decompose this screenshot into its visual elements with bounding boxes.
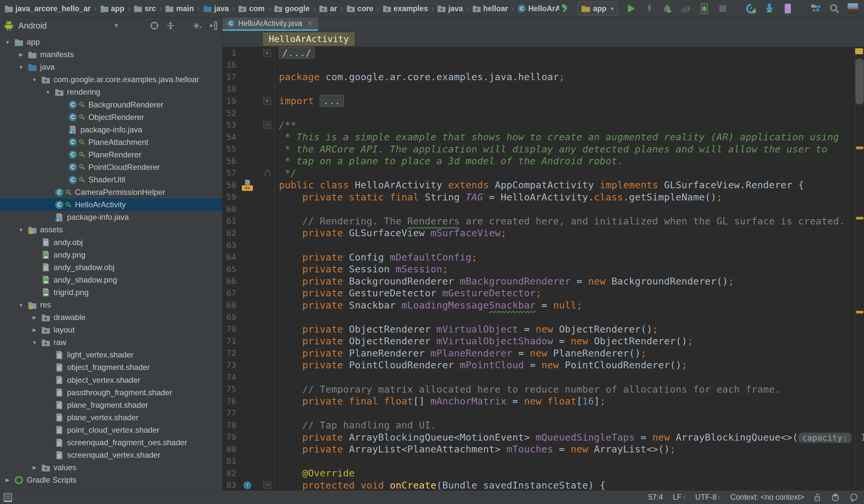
tree-down-arrow-icon[interactable]: ▼ xyxy=(17,302,25,308)
tree-item-values[interactable]: ▶values xyxy=(0,461,222,474)
code-editor[interactable]: 1+/.../1617package com.google.ar.core.ex… xyxy=(223,47,864,490)
highlighting-level-icon[interactable] xyxy=(831,493,840,502)
tab-helloaractivity[interactable]: C HelloArActivity.java × xyxy=(223,17,318,31)
tree-item-manifests[interactable]: ▶manifests xyxy=(0,48,222,61)
avatar[interactable] xyxy=(847,3,859,14)
breadcrumb-item-HelloArActivity[interactable]: CHelloArActivity xyxy=(517,4,559,13)
tree-down-arrow-icon[interactable]: ▼ xyxy=(3,39,12,45)
tree-item-planeattachment[interactable]: CPlaneAttachment xyxy=(0,136,222,148)
tree-item-gradle-scripts[interactable]: ▶Gradle Scripts xyxy=(0,474,222,486)
event-bubble-icon[interactable] xyxy=(850,493,858,502)
warning-stripe-mark[interactable] xyxy=(856,311,863,313)
run-icon[interactable] xyxy=(625,3,637,14)
fold-minus-icon[interactable]: − xyxy=(263,121,271,129)
layout-xml-icon[interactable]: <> xyxy=(242,185,253,191)
encoding-widget[interactable]: UTF-8↕ xyxy=(695,493,720,502)
tree-item-package-info-java[interactable]: Jpackage-info.java xyxy=(0,123,222,136)
tree-down-arrow-icon[interactable]: ▼ xyxy=(44,89,52,95)
hide-panel-icon[interactable] xyxy=(209,21,218,30)
tree-right-arrow-icon[interactable]: ▶ xyxy=(17,51,25,58)
tree-down-arrow-icon[interactable]: ▼ xyxy=(17,64,25,70)
sdk-manager-icon[interactable] xyxy=(764,3,775,14)
tree-item-raw[interactable]: ▼raw xyxy=(0,336,222,349)
context-widget[interactable]: Context: <no context> xyxy=(730,493,804,502)
tree-item-layout[interactable]: ▶layout xyxy=(0,324,222,336)
search-icon[interactable] xyxy=(829,3,840,14)
device-manager-icon[interactable] xyxy=(782,3,794,14)
tree-item-shaderutil[interactable]: CShaderUtil xyxy=(0,173,222,186)
stop-icon[interactable] xyxy=(717,3,729,14)
fold-plus-icon[interactable]: + xyxy=(263,97,271,105)
tree-item-plane-vertex-shader[interactable]: plane_vertex.shader xyxy=(0,411,222,424)
tree-item-drawable[interactable]: ▶drawable xyxy=(0,311,222,324)
tree-item-screenquad-vertex-shader[interactable]: screenquad_vertex.shader xyxy=(0,449,222,461)
warning-stripe-mark[interactable] xyxy=(856,146,863,149)
tree-item-screenquad-fragment-oes-shader[interactable]: screenquad_fragment_oes.shader xyxy=(0,436,222,449)
breadcrumb-item-com[interactable]: com xyxy=(238,4,264,13)
tree-item-trigrid-png[interactable]: trigrid.png xyxy=(0,286,222,299)
toolwindow-toggle-icon[interactable] xyxy=(3,493,12,502)
tree-item-andy-png[interactable]: andy.png xyxy=(0,249,222,261)
tree-down-arrow-icon[interactable]: ▼ xyxy=(30,77,39,83)
locate-icon[interactable] xyxy=(150,21,159,30)
breadcrumb-item-java[interactable]: java xyxy=(437,4,463,13)
breadcrumb-item-main[interactable]: main xyxy=(165,4,194,13)
fold-minus-icon[interactable]: − xyxy=(263,481,271,489)
breadcrumb-item-java_arcore_hello_ar[interactable]: java_arcore_hello_ar xyxy=(4,4,91,13)
tree-right-arrow-icon[interactable]: ▶ xyxy=(30,465,39,470)
breadcrumb-item-src[interactable]: src xyxy=(134,4,156,13)
tree-item-pointcloudrenderer[interactable]: CPointCloudRenderer xyxy=(0,161,222,173)
line-separator-widget[interactable]: LF↕ xyxy=(673,493,685,502)
fold-end-icon[interactable] xyxy=(264,169,271,177)
tree-item-assets[interactable]: ▼assets xyxy=(0,224,222,236)
debug-icon[interactable] xyxy=(662,3,673,14)
tree-item-light-vertex-shader[interactable]: light_vertex.shader xyxy=(0,349,222,361)
lock-icon[interactable] xyxy=(814,493,821,502)
tree-down-arrow-icon[interactable]: ▼ xyxy=(30,340,39,345)
run-configuration-select[interactable]: app ▼ xyxy=(577,2,618,15)
caret-position[interactable]: 57:4 xyxy=(648,493,663,502)
tree-right-arrow-icon[interactable]: ▶ xyxy=(3,477,12,483)
tree-item-backgroundrenderer[interactable]: CBackgroundRenderer xyxy=(0,98,222,111)
tree-item-package-info-java[interactable]: Jpackage-info.java xyxy=(0,211,222,224)
make-hammer-icon[interactable] xyxy=(559,3,571,14)
breadcrumb-item-core[interactable]: core xyxy=(347,4,373,13)
tree-item-helloaractivity[interactable]: CHelloArActivity xyxy=(0,199,222,211)
warning-stripe-mark[interactable] xyxy=(856,217,863,219)
settings-gear-icon[interactable] xyxy=(192,21,202,30)
tree-item-passthrough-fragment-shader[interactable]: passthrough_fragment.shader xyxy=(0,386,222,399)
tree-item-object-fragment-shader[interactable]: object_fragment.shader xyxy=(0,361,222,374)
overriding-method-icon[interactable]: ↑ xyxy=(243,481,251,489)
tree-right-arrow-icon[interactable]: ▶ xyxy=(30,314,39,320)
tree-item-andy-shadow-png[interactable]: andy_shadow.png xyxy=(0,274,222,286)
tree-item-plane-fragment-shader[interactable]: plane_fragment.shader xyxy=(0,399,222,411)
scrollbar-thumb[interactable] xyxy=(855,59,864,105)
apply-changes-icon[interactable] xyxy=(643,3,655,14)
tree-item-object-vertex-shader[interactable]: object_vertex.shader xyxy=(0,374,222,386)
breadcrumb-item-java[interactable]: java xyxy=(203,4,229,13)
tree-item-rendering[interactable]: ▼rendering xyxy=(0,86,222,98)
related-file-icon[interactable] xyxy=(244,179,251,185)
breadcrumb-item-google[interactable]: google xyxy=(274,4,310,13)
attach-debugger-icon[interactable] xyxy=(698,3,710,14)
tree-item-objectrenderer[interactable]: CObjectRenderer xyxy=(0,111,222,123)
tree-item-camerapermissionhelper[interactable]: CCameraPermissionHelper xyxy=(0,186,222,199)
close-icon[interactable]: × xyxy=(308,19,312,28)
collapse-all-icon[interactable] xyxy=(166,21,175,30)
fold-plus-icon[interactable]: + xyxy=(263,49,271,57)
breadcrumb-item-examples[interactable]: examples xyxy=(383,4,428,13)
inspection-status-icon[interactable] xyxy=(855,48,863,54)
project-view-select[interactable]: Android ▼ xyxy=(4,20,119,31)
profile-icon[interactable] xyxy=(680,3,692,14)
tree-item-com-google-ar-core-examples-java-helloar[interactable]: ▼com.google.ar.core.examples.java.helloa… xyxy=(0,73,222,86)
tree-item-java[interactable]: ▼java xyxy=(0,61,222,73)
tree-item-planerenderer[interactable]: CPlaneRenderer xyxy=(0,148,222,161)
tree-item-andy-shadow-obj[interactable]: andy_shadow.obj xyxy=(0,261,222,274)
tree-item-andy-obj[interactable]: andy.obj xyxy=(0,236,222,249)
breadcrumb-item-ar[interactable]: ar xyxy=(319,4,337,13)
tree-right-arrow-icon[interactable]: ▶ xyxy=(30,327,39,333)
tree-item-res[interactable]: ▼res xyxy=(0,299,222,311)
breadcrumb-item-app[interactable]: app xyxy=(100,4,124,13)
project-structure-icon[interactable] xyxy=(810,3,822,14)
tree-item-point-cloud-vertex-shader[interactable]: point_cloud_vertex.shader xyxy=(0,424,222,436)
